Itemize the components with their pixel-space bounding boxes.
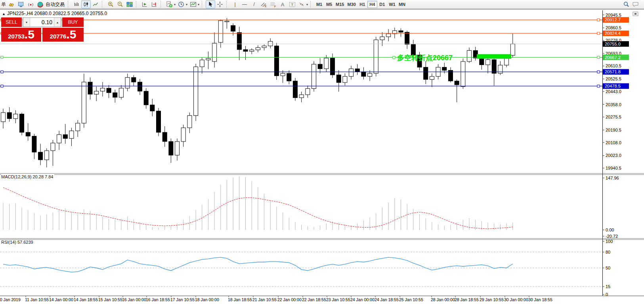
vertical-line-icon: | [234, 2, 235, 7]
horizontal-line-tool-button[interactable]: — [240, 0, 249, 8]
label-tool-button[interactable]: T [287, 0, 297, 8]
candle [480, 58, 484, 65]
volume-stepper: ▾ ▴ [23, 17, 61, 27]
bar-chart-icon [73, 2, 80, 7]
line-handle[interactable] [1, 56, 3, 59]
tab-timeframe-d1[interactable]: D1 [377, 1, 387, 8]
candle [125, 77, 130, 88]
periods-button[interactable] [176, 0, 186, 8]
candle [13, 114, 18, 119]
rsi-scale-label: 100 [606, 239, 613, 244]
buy-button[interactable]: BUY [62, 17, 84, 27]
sell-button[interactable]: SELL [1, 17, 22, 27]
annotation-text[interactable]: 多空转折点20667 [397, 54, 453, 62]
rsi-pane: 1008050150 [0, 239, 613, 297]
candle [380, 37, 384, 40]
buy-price[interactable]: 20776.5 [42, 28, 84, 42]
templates-button[interactable] [188, 0, 198, 8]
sell-price-small: 20753 [8, 33, 25, 40]
highlight-rectangle[interactable] [477, 54, 511, 59]
auto-trading-label[interactable]: 自动交易 [46, 1, 65, 8]
tab-timeframe-m30[interactable]: M30 [346, 1, 357, 8]
time-tick-label: 30 Jan 18:55 [528, 297, 552, 302]
candle [38, 152, 43, 160]
time-axis[interactable]: 10 Jan 201911 Jan 10:5514 Jan 00:0014 Ja… [0, 296, 552, 302]
line-handle[interactable] [597, 56, 600, 59]
bar-chart-button[interactable] [72, 0, 81, 8]
tab-timeframe-mn[interactable]: MN [397, 1, 407, 8]
chat-button[interactable] [631, 0, 640, 8]
fibonacci-tool-button[interactable]: F [268, 0, 278, 8]
chart-shift-button[interactable] [149, 0, 159, 8]
periods-dropdown-icon[interactable]: ▾ [186, 3, 187, 6]
tab-timeframe-h4[interactable]: H4 [367, 1, 377, 8]
tab-timeframe-m15[interactable]: M15 [334, 1, 346, 8]
candlestick-chart-button[interactable] [81, 0, 91, 8]
arrows-tool-button[interactable] [297, 0, 306, 8]
annotation-anchor-handle[interactable] [393, 56, 395, 59]
tab-timeframe-m5[interactable]: M5 [324, 1, 334, 8]
volume-decrease-button[interactable]: ▾ [23, 18, 30, 27]
search-button[interactable] [621, 0, 631, 8]
candlestick-chart-icon [83, 2, 89, 7]
line-chart-button[interactable] [91, 0, 100, 8]
tab-timeframe-h1[interactable]: H1 [357, 1, 367, 8]
tab-timeframe-m1[interactable]: M1 [314, 1, 324, 8]
cursor-button[interactable] [206, 0, 215, 8]
candle [324, 58, 329, 69]
zoom-out-button[interactable] [115, 0, 125, 8]
search-icon [623, 1, 630, 8]
zoom-in-icon [107, 1, 114, 8]
auto-trading-button[interactable] [35, 0, 45, 8]
price-line-badge-text: 20667.2 [605, 55, 621, 60]
line-handle[interactable] [1, 85, 3, 87]
line-handle[interactable] [597, 19, 600, 21]
line-handle[interactable] [597, 32, 600, 34]
line-handle[interactable] [597, 71, 600, 73]
auto-scroll-button[interactable] [140, 0, 149, 8]
collapse-panel-icon[interactable]: ▲ [2, 12, 6, 16]
indicators-icon [166, 1, 173, 8]
candle [349, 69, 354, 76]
crosshair-button[interactable] [215, 0, 225, 8]
signal-button[interactable] [26, 0, 35, 8]
macd-scale-label: 147.96 [606, 176, 619, 180]
candle [336, 75, 341, 82]
templates-dropdown-icon[interactable]: ▾ [198, 3, 199, 6]
tile-windows-button[interactable] [125, 0, 134, 8]
volume-input[interactable] [30, 18, 54, 27]
line-handle[interactable] [1, 71, 3, 73]
candle [100, 88, 105, 91]
zoom-in-button[interactable] [106, 0, 115, 8]
candle [274, 46, 279, 76]
indicators-button[interactable] [164, 0, 174, 8]
price-tick-label: 20610.5 [606, 63, 621, 68]
toolbar-separator [136, 1, 139, 8]
buy-price-big: .5 [66, 28, 76, 41]
pane-separators [0, 10, 644, 296]
channel-tool-button[interactable]: E [259, 0, 268, 8]
vertical-line-tool-button[interactable]: | [230, 0, 240, 8]
line-handle[interactable] [597, 85, 600, 87]
volume-increase-button[interactable]: ▴ [54, 18, 61, 27]
indicators-dropdown-icon[interactable]: ▾ [174, 3, 176, 6]
arrows-dropdown-icon[interactable]: ▾ [306, 3, 308, 6]
chart-title: JPN225-,H4 20680.0 20822.5 20665.0 20755… [7, 11, 107, 16]
candle [157, 111, 161, 132]
new-order-button[interactable] [7, 0, 16, 8]
candle [175, 141, 180, 155]
time-tick-label: 11 Jan 10:55 [25, 297, 49, 302]
time-tick-label: 18 Jan 18:55 [228, 297, 252, 302]
candle [1, 113, 6, 122]
terminal-button[interactable] [16, 0, 26, 8]
arrows-icon [298, 2, 305, 7]
price-axis[interactable]: 20945.520860.520778.020693.020610.520525… [602, 13, 629, 171]
candle [200, 60, 204, 67]
chat-icon [632, 1, 640, 8]
trendline-tool-button[interactable]: / [249, 0, 259, 8]
tab-timeframe-w1[interactable]: W1 [387, 1, 397, 8]
sell-price[interactable]: 20753.5 [1, 28, 41, 42]
text-tool-button[interactable]: A [278, 0, 287, 8]
time-tick-label: 24 Jan 00:00 [350, 297, 375, 302]
macd-pane: 147.960.00-20.72 [3, 176, 619, 239]
